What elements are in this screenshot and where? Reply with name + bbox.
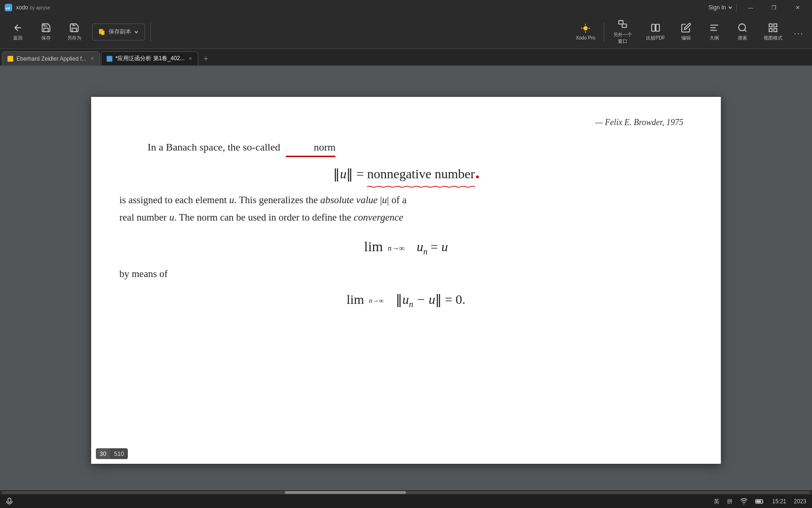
document-icon [98, 28, 106, 36]
svg-rect-6 [622, 24, 626, 27]
svg-point-22 [743, 504, 744, 505]
date-label: 2023 [794, 498, 806, 505]
page-number: 30 [96, 448, 110, 459]
saveas-icon [69, 23, 79, 33]
svg-rect-3 [101, 31, 104, 35]
svg-rect-5 [619, 20, 623, 24]
microphone-icon [6, 498, 13, 505]
search-button[interactable]: 搜索 [728, 16, 757, 48]
viewmode-icon [768, 23, 778, 33]
limit-formula-1: lim n→∞ un = u [119, 235, 693, 259]
norm-word: norm [286, 139, 336, 155]
app-logo-icon: xd [4, 3, 13, 12]
toolbar-separator2 [604, 23, 604, 41]
newwindow-button[interactable]: 另外一个 窗口 [606, 16, 639, 48]
tab1-icon [7, 56, 14, 62]
svg-rect-20 [8, 498, 11, 502]
tab1-close-icon[interactable]: ✕ [89, 55, 95, 62]
tab2-label: *应用泛函分析 第1卷_402... [116, 55, 185, 63]
more-button[interactable]: ... [789, 16, 808, 48]
save-button[interactable]: 保存 [32, 16, 60, 48]
divider [736, 4, 737, 11]
svg-rect-7 [652, 24, 655, 31]
title-bar-left: xd xodo by apryse [4, 3, 50, 12]
limit-formula-2: lim n→∞ ‖un − u‖ = 0. [119, 289, 693, 311]
signin-area: Sign In [709, 0, 737, 15]
edit-button[interactable]: 编辑 [672, 16, 700, 48]
status-left [6, 498, 13, 505]
norm-equation: ‖u‖ = nonnegative number [119, 164, 693, 185]
toolbar-separator [150, 23, 151, 41]
xodopro-button[interactable]: Xodo Pro [569, 16, 602, 48]
restore-button[interactable]: ❐ [763, 0, 785, 15]
status-right: 英 拼 15:21 2023 [714, 498, 806, 506]
close-button[interactable]: ✕ [787, 0, 808, 15]
input-method-label: 拼 [727, 498, 733, 506]
status-bar: 英 拼 15:21 2023 [0, 495, 812, 508]
compare-icon [650, 23, 661, 33]
body-text-2: real number u. The norm can be used in o… [119, 210, 693, 226]
page-indicator: 30 510 [96, 448, 128, 459]
top-credit-text: — Felix E. Browder, 1975 [119, 116, 693, 129]
chevron-down-icon [728, 5, 733, 10]
time-label: 15:21 [772, 498, 786, 505]
tab1-label: Eberhard Zeidler Applied f... [16, 56, 86, 62]
page-total: 510 [110, 448, 128, 459]
svg-rect-18 [8, 56, 13, 62]
outline-button[interactable]: 大纲 [700, 16, 728, 48]
main-content: — Felix E. Browder, 1975 In a Banach spa… [0, 66, 812, 495]
edit-icon [681, 23, 691, 33]
search-icon [737, 23, 748, 33]
save-copy-button[interactable]: 保存副本 [92, 24, 145, 40]
outline-icon [709, 23, 719, 33]
tab2-close-icon[interactable]: ✕ [187, 55, 193, 62]
language-label: 英 [714, 498, 719, 506]
svg-rect-8 [656, 24, 659, 31]
nonneg-number: nonnegative number [367, 164, 475, 185]
add-tab-button[interactable]: + [199, 52, 212, 65]
svg-rect-19 [107, 56, 112, 62]
tool-group-nav: 返回 保存 另存为 [4, 16, 88, 48]
tab-bar: Eberhard Zeidler Applied f... ✕ *应用泛函分析 … [0, 49, 812, 66]
horizontal-scrollbar[interactable] [0, 490, 812, 495]
signin-button[interactable]: Sign In [709, 4, 733, 11]
save-icon [41, 23, 51, 33]
title-bar: xd xodo by apryse Sign In — ❐ ✕ [0, 0, 812, 15]
comparepdf-button[interactable]: 比较PDF [639, 16, 672, 48]
back-icon [13, 23, 23, 33]
svg-point-4 [583, 26, 587, 30]
tab2-icon [106, 56, 113, 62]
wifi-icon [740, 498, 748, 505]
svg-rect-24 [757, 500, 761, 503]
star-icon [580, 23, 591, 33]
svg-rect-16 [769, 28, 772, 31]
svg-point-13 [739, 24, 746, 31]
battery-icon [755, 498, 765, 505]
window-controls: — ❐ ✕ [740, 0, 808, 15]
tab-1[interactable]: Eberhard Zeidler Applied f... ✕ [2, 51, 100, 65]
saveas-button[interactable]: 另存为 [60, 16, 88, 48]
toolbar: 返回 保存 另存为 保存副本 [0, 15, 812, 49]
pdf-page: — Felix E. Browder, 1975 In a Banach spa… [91, 97, 721, 464]
toolbar-right: Xodo Pro 另外一个 窗口 比较PDF 编辑 [569, 16, 808, 48]
svg-rect-14 [769, 24, 772, 26]
minimize-button[interactable]: — [740, 0, 761, 15]
window-icon [617, 19, 628, 30]
red-dot [476, 175, 479, 178]
body-text-1: is assigned to each element u. This gene… [119, 192, 693, 208]
tab-2[interactable]: *应用泛函分析 第1卷_402... ✕ [101, 51, 198, 65]
svg-text:xd: xd [6, 6, 10, 10]
intro-line: In a Banach space, the so-called norm [119, 139, 693, 155]
svg-rect-17 [774, 28, 777, 31]
svg-rect-15 [774, 24, 777, 26]
viewmode-button[interactable]: 视图模式 [757, 16, 789, 48]
chevron-down-icon [134, 30, 139, 34]
app-name: xodo by apryse [16, 4, 50, 11]
scrollbar-thumb[interactable] [285, 491, 406, 494]
scrollbar-track[interactable] [2, 491, 810, 494]
by-means-text: by means of [119, 266, 693, 282]
back-button[interactable]: 返回 [4, 16, 32, 48]
